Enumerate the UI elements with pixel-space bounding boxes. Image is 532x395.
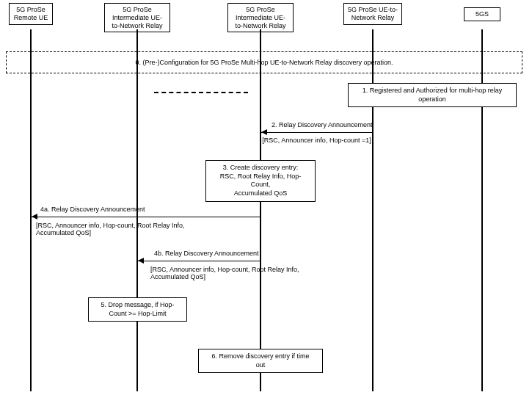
lifeline-remote-ue bbox=[30, 29, 32, 391]
participant-ue-to-network-relay: 5G ProSe UE-to- Network Relay bbox=[343, 3, 402, 25]
participant-intermediate-2: 5G ProSe Intermediate UE- to-Network Rel… bbox=[227, 3, 294, 32]
step-4a-arrow bbox=[32, 217, 260, 217]
step-4a-label: 4a. Relay Discovery Announcement bbox=[40, 206, 145, 213]
participant-5gs: 5GS bbox=[464, 7, 500, 21]
step-4b-label: 4b. Relay Discovery Announcement bbox=[154, 250, 259, 257]
step-3-create-entry: 3. Create discovery entry: RSC, Root Rel… bbox=[205, 160, 316, 202]
step-4b-arrowhead bbox=[138, 258, 144, 264]
step-4a-arrowhead bbox=[32, 214, 37, 220]
step-2-bracket: [RSC, Announcer info, Hop-count =1] bbox=[261, 137, 372, 144]
step-4a-bracket: [RSC, Announcer info, Hop-count, Root Re… bbox=[32, 222, 222, 236]
participant-remote-ue: 5G ProSe Remote UE bbox=[9, 3, 53, 25]
step-1-registered: 1. Registered and Authorized for multi-h… bbox=[348, 83, 517, 107]
step-0-preconfig: 0. (Pre-)Configuration for 5G ProSe Mult… bbox=[6, 51, 522, 73]
lifeline-intermediate-2 bbox=[260, 29, 261, 391]
step-4b-arrow bbox=[138, 261, 260, 261]
step-5-drop: 5. Drop message, if Hop- Count >= Hop-Li… bbox=[88, 297, 187, 322]
participant-intermediate-1: 5G ProSe Intermediate UE- to-Network Rel… bbox=[104, 3, 170, 32]
step-2-arrow bbox=[261, 132, 372, 133]
step-2-label: 2. Relay Discovery Announcement bbox=[272, 121, 373, 128]
step-6-remove: 6. Remove discovery entry if time out bbox=[198, 349, 323, 373]
dashed-connector bbox=[154, 92, 248, 93]
step-4b-bracket: [RSC, Announcer info, Hop-count, Root Re… bbox=[150, 266, 327, 280]
step-2-arrowhead bbox=[261, 129, 267, 135]
